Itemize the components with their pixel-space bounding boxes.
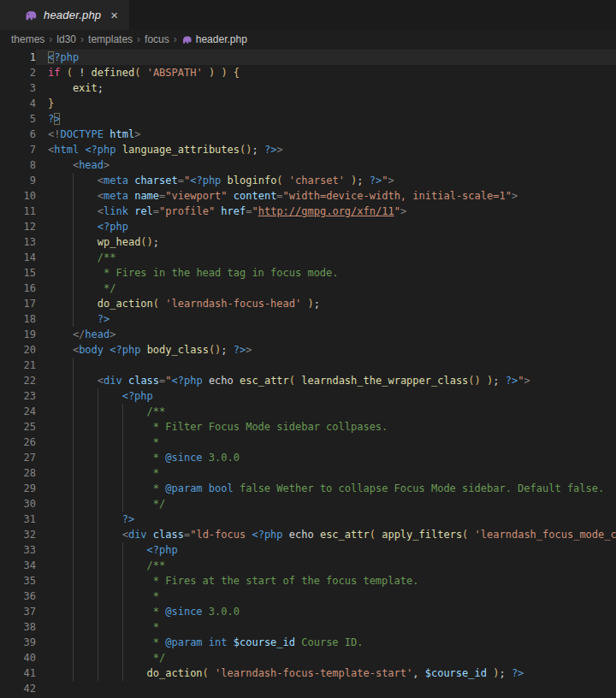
code-token: */ [98, 282, 116, 294]
code-line[interactable]: 3exit; [0, 80, 616, 96]
code-token: 'ABSPATH' [147, 67, 203, 79]
code-token: = [178, 174, 184, 186]
code-line[interactable]: 25 * Filter Focus Mode sidebar collpases… [0, 419, 616, 435]
code-line[interactable]: 21 [0, 358, 616, 373]
code-token: ! [73, 67, 92, 79]
code-line[interactable]: 1<?php [0, 50, 616, 65]
code-line[interactable]: 28 * [0, 465, 616, 481]
indent-guide [48, 465, 73, 481]
code-content [36, 681, 616, 696]
code-line[interactable]: 35 * Fires at the start of the focus tem… [0, 573, 616, 589]
code-line[interactable]: 5?> [0, 111, 616, 127]
code-line[interactable]: 40 */ [0, 650, 616, 665]
code-token: /** [147, 405, 166, 417]
line-number: 3 [0, 80, 36, 96]
code-line[interactable]: 22<div class="<?php echo esc_attr( learn… [0, 373, 616, 388]
breadcrumb-item-themes[interactable]: themes [9, 33, 46, 45]
code-line[interactable]: 6<!DOCTYPE html> [0, 127, 616, 142]
code-line[interactable]: 14/** [0, 250, 616, 265]
code-content: } [36, 96, 616, 111]
indent-guide [122, 558, 147, 573]
code-line[interactable]: 10<meta name="viewport" content="width=d… [0, 188, 616, 204]
code-line[interactable]: 42 [0, 681, 616, 696]
code-line[interactable]: 12<?php [0, 219, 616, 234]
code-line[interactable]: 30 */ [0, 496, 616, 512]
code-content: <?php [36, 542, 616, 558]
line-number: 9 [0, 173, 36, 188]
indent-guide [98, 650, 122, 665]
code-line[interactable]: 27 * @since 3.0.0 [0, 450, 616, 465]
code-line[interactable]: 36 * [0, 589, 616, 604]
breadcrumb-item-templates[interactable]: templates [86, 33, 134, 45]
code-token: ; [314, 298, 320, 310]
line-number: 6 [0, 127, 36, 142]
code-token: ?> [234, 344, 246, 356]
code-line[interactable]: 9<meta charset="<?php bloginfo( 'charset… [0, 173, 616, 188]
tab-header-php[interactable]: header.php × [0, 0, 129, 30]
line-number: 26 [0, 435, 36, 450]
code-token: ( [276, 174, 282, 186]
code-line[interactable]: 4} [0, 96, 616, 111]
code-token: div [128, 529, 147, 541]
code-line[interactable]: 41do_action( 'learndash-focus-template-s… [0, 665, 616, 681]
code-line[interactable]: 26 * [0, 435, 616, 450]
code-content: do_action( 'learndash-focus-template-sta… [36, 665, 616, 681]
code-line[interactable]: 11<link rel="profile" href="http://gmpg.… [0, 204, 616, 219]
indent-guide [98, 481, 122, 496]
code-line[interactable]: 2if ( ! defined( 'ABSPATH' ) ) { [0, 65, 616, 80]
code-line[interactable]: 13wp_head(); [0, 234, 616, 250]
code-token: /** [147, 559, 166, 571]
indent-guide [48, 589, 73, 604]
indent-guide [73, 512, 98, 527]
breadcrumb-item-focus[interactable]: focus [143, 33, 171, 45]
code-line[interactable]: 24/** [0, 404, 616, 419]
chevron-right-icon: › [78, 33, 86, 45]
indent-guide [122, 542, 147, 558]
indent-guide [122, 450, 147, 465]
code-token: ?> [512, 667, 524, 679]
indent-guide [73, 296, 98, 311]
line-number: 40 [0, 650, 36, 665]
code-line[interactable]: 38 * [0, 619, 616, 635]
code-line[interactable]: 15 * Fires in the head tag in focus mode… [0, 265, 616, 281]
code-line[interactable]: 23<?php [0, 388, 616, 404]
code-line[interactable]: 16 */ [0, 281, 616, 296]
code-line[interactable]: 37 * @since 3.0.0 [0, 604, 616, 619]
code-line[interactable]: 20<body <?php body_class(); ?>> [0, 342, 616, 358]
code-content: <?php [36, 388, 616, 404]
code-token: * [147, 636, 166, 648]
code-line[interactable]: 32<div class="ld-focus <?php echo esc_at… [0, 527, 616, 542]
close-icon[interactable]: × [110, 9, 118, 21]
code-token: } [48, 98, 54, 109]
code-content: ?> [36, 311, 616, 327]
breadcrumb-item-ld30[interactable]: ld30 [55, 33, 78, 45]
breadcrumb-item-file[interactable]: header.php [180, 33, 249, 45]
code-line[interactable]: 29 * @param bool false Wether to collaps… [0, 481, 616, 496]
code-line[interactable]: 19</head> [0, 327, 616, 342]
code-token: { [234, 67, 240, 79]
code-token: ( [153, 298, 159, 310]
code-line[interactable]: 34/** [0, 558, 616, 573]
indent-guide [122, 619, 147, 635]
code-token: () [209, 344, 221, 356]
code-content: ?> [36, 512, 616, 527]
code-editor[interactable]: 1<?php2if ( ! defined( 'ABSPATH' ) ) {3e… [0, 49, 616, 696]
code-line[interactable]: 33<?php [0, 542, 616, 558]
code-line[interactable]: 39 * @param int $course_id Course ID. [0, 635, 616, 650]
code-line[interactable]: 17do_action( 'learndash-focus-head' ); [0, 296, 616, 311]
code-token: = [153, 205, 159, 217]
code-content: <meta charset="<?php bloginfo( 'charset'… [36, 173, 616, 188]
code-line[interactable]: 31?> [0, 512, 616, 527]
tab-bar: header.php × [0, 0, 616, 30]
line-number: 17 [0, 296, 36, 311]
code-line[interactable]: 7<html <?php language_attributes(); ?>> [0, 142, 616, 157]
code-line[interactable]: 8<head> [0, 157, 616, 173]
code-token: meta [104, 190, 128, 202]
breadcrumb: themes › ld30 › templates › focus › head… [0, 30, 616, 49]
code-token [203, 636, 209, 648]
code-content: * Fires at the start of the focus templa… [36, 573, 616, 589]
code-line[interactable]: 18?> [0, 311, 616, 327]
code-token: " [252, 205, 258, 217]
code-token: ; [357, 174, 369, 186]
code-token: " [165, 375, 171, 387]
